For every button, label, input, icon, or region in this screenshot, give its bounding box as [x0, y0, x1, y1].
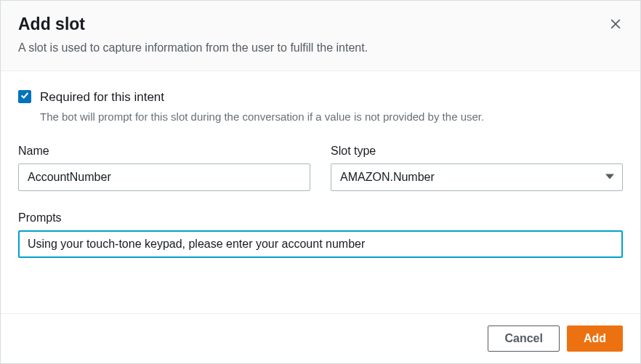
modal-body: Required for this intent The bot will pr…: [1, 71, 640, 313]
slot-type-select[interactable]: AMAZON.Number: [331, 163, 623, 191]
cancel-button[interactable]: Cancel: [488, 325, 559, 352]
close-button[interactable]: [605, 14, 626, 36]
required-checkbox-label: Required for this intent: [40, 89, 623, 106]
checkmark-icon: [20, 90, 30, 103]
slot-type-group: Slot type AMAZON.Number: [331, 145, 623, 191]
modal-header: Add slot A slot is used to capture infor…: [1, 1, 640, 71]
name-input[interactable]: [18, 163, 310, 191]
required-checkbox-wrap: [18, 90, 31, 103]
required-checkbox-content: Required for this intent The bot will pr…: [40, 89, 623, 124]
required-checkbox[interactable]: [18, 90, 31, 103]
slot-type-select-wrap: AMAZON.Number: [331, 163, 623, 191]
name-slottype-row: Name Slot type AMAZON.Number: [18, 145, 623, 191]
name-group: Name: [18, 145, 310, 191]
prompts-label: Prompts: [18, 211, 623, 225]
modal-subtitle: A slot is used to capture information fr…: [18, 40, 623, 56]
slot-type-value: AMAZON.Number: [340, 171, 435, 184]
modal-title: Add slot: [18, 14, 623, 36]
required-checkbox-row: Required for this intent The bot will pr…: [18, 89, 623, 124]
name-label: Name: [18, 145, 310, 158]
prompts-input[interactable]: [18, 230, 623, 258]
add-slot-modal: Add slot A slot is used to capture infor…: [0, 0, 641, 364]
add-button[interactable]: Add: [567, 325, 623, 352]
modal-footer: Cancel Add: [1, 313, 640, 363]
required-checkbox-help: The bot will prompt for this slot during…: [40, 109, 623, 124]
prompts-group: Prompts: [18, 211, 623, 258]
slot-type-label: Slot type: [331, 145, 623, 158]
close-icon: [608, 23, 623, 33]
